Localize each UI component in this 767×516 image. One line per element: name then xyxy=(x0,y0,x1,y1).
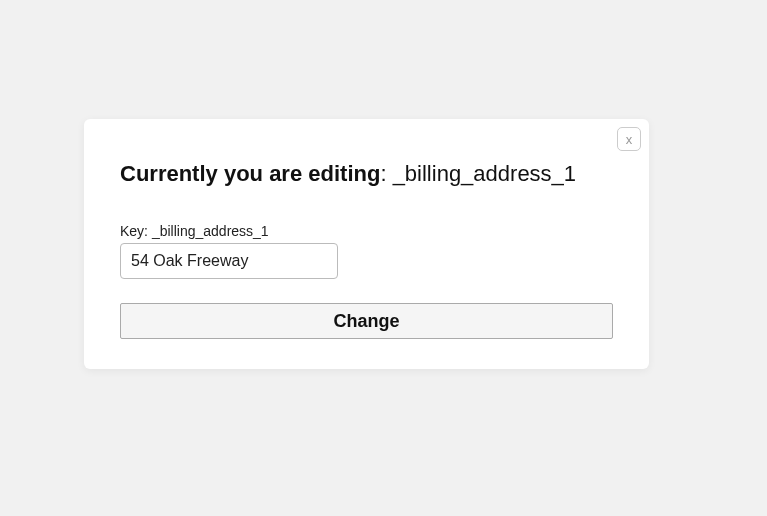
key-label-name: _billing_address_1 xyxy=(152,223,269,239)
close-icon: x xyxy=(626,133,633,146)
value-input[interactable] xyxy=(120,243,338,279)
title-key: _billing_address_1 xyxy=(393,161,576,186)
modal-title: Currently you are editing: _billing_addr… xyxy=(120,161,613,187)
edit-modal: x Currently you are editing: _billing_ad… xyxy=(84,119,649,369)
key-label: Key: _billing_address_1 xyxy=(120,223,613,239)
title-prefix: Currently you are editing xyxy=(120,161,380,186)
close-button[interactable]: x xyxy=(617,127,641,151)
change-button[interactable]: Change xyxy=(120,303,613,339)
key-label-prefix: Key: xyxy=(120,223,152,239)
